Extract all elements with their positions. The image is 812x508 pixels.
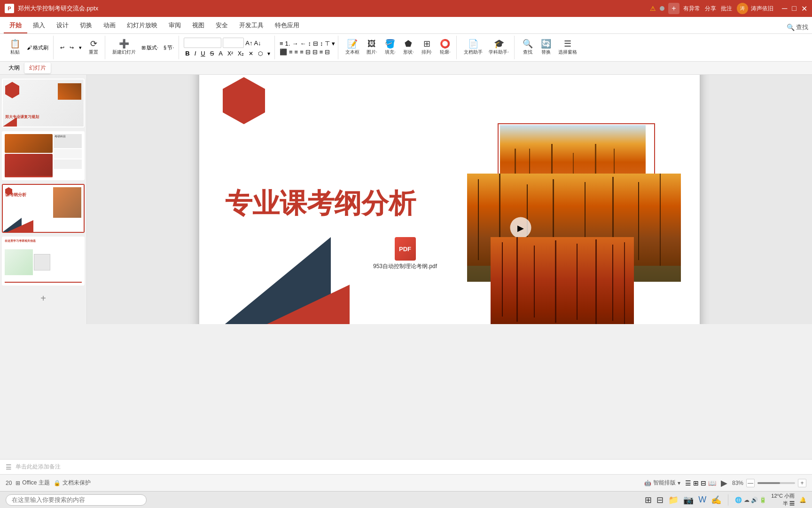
indent-in-button[interactable]: → [292,40,298,47]
text-assist-button[interactable]: 📄 文档助手 [461,38,485,57]
underline-button[interactable]: U [199,49,206,57]
numbered-button[interactable]: 1. [285,40,290,47]
taskbar-item-windows[interactable]: ⊞ [645,495,652,505]
col-button[interactable]: ⊟ [313,40,318,47]
tab-insert[interactable]: 插入 [27,18,51,33]
fill-button[interactable]: 🪣 填充· [382,38,398,57]
tab-features[interactable]: 特色应用 [269,18,305,33]
taskbar-item-word[interactable]: W [698,495,706,505]
share-button[interactable]: 分享 [705,5,716,13]
align-center-button[interactable]: ≡ [289,48,293,56]
taskbar-item-taskview[interactable]: ⊟ [656,495,664,505]
shape-button[interactable]: ⬟ 形状· [400,38,417,57]
search-input[interactable] [6,494,147,506]
font-size-input[interactable] [223,38,244,48]
more-undo-button[interactable]: ▾ [77,44,84,52]
play-button[interactable]: ▶ [510,217,531,238]
strikethrough-button[interactable]: S [209,49,216,57]
layout-button[interactable]: ⊞ 版式· [140,43,160,52]
textbox-button[interactable]: 📝 文本框 [343,38,362,57]
notification-button[interactable]: 🔔 [799,497,806,503]
clear-format-button[interactable]: ✕ [247,50,255,57]
tab-review[interactable]: 审阅 [163,18,187,33]
zoom-minus-button[interactable]: — [746,479,755,487]
close-button[interactable]: ✕ [801,4,807,13]
slide-title[interactable]: 专业课考纲分析 [225,185,416,222]
grid-view-btn[interactable]: ⊟ [701,479,706,487]
anomaly-button[interactable]: 有异常 [683,5,700,13]
arrange-button[interactable]: ⊞ 排列· [418,38,435,57]
smart-layout-item[interactable]: 🤖 智能排版 ▾ [644,479,680,487]
superscript-button[interactable]: X² [226,50,234,57]
align-right-button[interactable]: ≡ [295,48,298,56]
section-button[interactable]: § 节· [162,43,176,52]
font-family-input[interactable] [184,38,221,48]
line-spacing-button[interactable]: ↕ [308,40,311,47]
reading-view-btn[interactable]: 📖 [708,479,716,487]
taskbar-item-camera[interactable]: 📷 [683,495,694,505]
normal-view-btn[interactable]: ☰ [685,479,691,487]
tab-developer[interactable]: 开发工具 [234,18,269,33]
distribute-button[interactable]: ⊟ [305,48,311,56]
align-left-button[interactable]: ⬛ [280,48,287,56]
redo-button[interactable]: ↪ [68,44,76,52]
maximize-button[interactable]: □ [792,4,796,13]
align-vert-button[interactable]: ↕ [320,40,323,47]
paste-button[interactable]: 📋 粘贴 [7,38,23,57]
zoom-slider[interactable] [757,482,795,484]
photo-bottom[interactable] [491,237,634,324]
select-pane-button[interactable]: ☰ 选择窗格 [556,38,579,57]
text-dir-button[interactable]: ⊤ [325,40,330,47]
bullets-button[interactable]: ≡ [280,40,283,47]
taskbar-item-explorer[interactable]: 📁 [668,495,679,505]
minimize-button[interactable]: ─ [782,4,787,13]
outline-button[interactable]: ⭕ 轮廓· [437,38,453,57]
slide-thumb-3[interactable]: 课考纲分析 [2,184,85,233]
tab-animations[interactable]: 动画 [98,18,121,33]
indent-out-button[interactable]: ← [300,40,306,47]
format-brush-button[interactable]: 🖌 格式刷 [25,43,50,52]
new-slide-button[interactable]: ➕ 新建幻灯片 [110,38,138,57]
add-slide-button[interactable]: + [2,289,85,308]
new-tab-button[interactable]: + [668,3,679,14]
bold-button[interactable]: B [184,49,191,57]
subscript-button[interactable]: X₂ [236,50,245,57]
font-color-button[interactable]: A [217,49,224,57]
find-button[interactable]: 🔍 查找 [519,38,536,57]
more-para-button[interactable]: ▾ [332,40,335,47]
align-justify-button[interactable]: ≡ [300,48,304,56]
reset-button[interactable]: ⟳ 重置 [85,38,102,57]
zoom-plus-button[interactable]: + [798,479,806,487]
tab-home[interactable]: 开始 [4,18,27,33]
search-button[interactable]: 🔍 查找 [787,23,808,32]
slide-thumb-1[interactable]: 郑大专业课复习规划 [2,79,85,127]
slide-mode-button[interactable]: 幻灯片 [24,63,51,73]
tab-design[interactable]: 设计 [51,18,74,33]
yet-another-button[interactable]: ⊟ [325,48,330,56]
scholar-assist-button[interactable]: 🎓 学科助手· [486,38,511,57]
more-font-button[interactable]: ▾ [266,50,272,57]
slide-thumb-4[interactable]: 在这里学习考研相关信息 [2,237,85,286]
more-align-button[interactable]: ⊟ [312,48,318,56]
another-button[interactable]: ≡ [320,48,323,56]
replace-button[interactable]: 🔄 替换 [538,38,554,57]
notes-placeholder[interactable]: 单击此处添加备注 [16,463,61,471]
slide-thumb-2[interactable]: 考研科目 [2,131,85,180]
play-slideshow-button[interactable]: ▶ [721,478,727,488]
tab-security[interactable]: 安全 [210,18,234,33]
review-button[interactable]: 批注 [721,5,732,13]
picture-button[interactable]: 🖼 图片· [363,38,380,57]
undo-button[interactable]: ↩ [58,44,66,52]
search-replace-button[interactable]: ⬡ [257,50,264,57]
font-size-down-button[interactable]: A↓ [254,40,261,47]
tab-slideshow[interactable]: 幻灯片放映 [121,18,163,33]
font-size-up-button[interactable]: A↑ [245,40,252,47]
pdf-attachment[interactable]: PDF 953自动控制理论考纲.pdf [373,237,437,270]
slide-sorter-btn[interactable]: ⊞ [693,479,699,487]
outline-mode-button[interactable]: 大纲 [4,63,24,73]
italic-button[interactable]: I [193,49,198,57]
slide-hexagon[interactable] [223,77,265,124]
tab-transitions[interactable]: 切换 [74,18,98,33]
tab-view[interactable]: 视图 [187,18,210,33]
taskbar-item-wps[interactable]: ✍ [711,495,721,505]
